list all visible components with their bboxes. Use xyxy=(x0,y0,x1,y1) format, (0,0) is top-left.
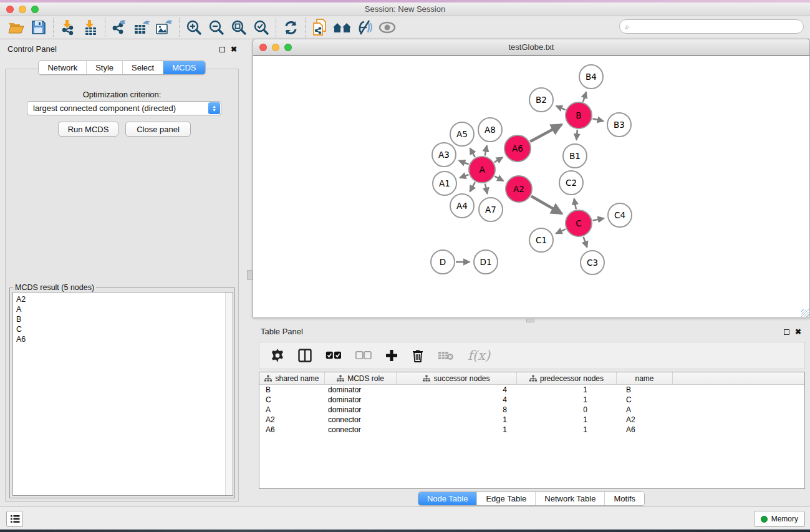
vertical-split-handle[interactable] xyxy=(247,270,253,280)
status-bar: Memory xyxy=(0,506,810,530)
result-item[interactable]: B xyxy=(16,314,233,324)
graph-edge[interactable] xyxy=(531,196,562,213)
result-item[interactable]: A xyxy=(16,304,233,314)
show-columns-button[interactable] xyxy=(325,351,342,360)
import-table-icon xyxy=(83,19,98,36)
zoom-in-button[interactable] xyxy=(183,18,205,37)
graph-edge[interactable] xyxy=(583,92,586,102)
table-panel: Table Panel ✖ xyxy=(253,321,810,506)
node-table[interactable]: shared nameMCDS rolesuccessor nodesprede… xyxy=(259,372,805,489)
result-item[interactable]: C xyxy=(16,324,233,334)
show-graphics-details-button[interactable] xyxy=(354,18,376,37)
graph-edge[interactable] xyxy=(459,161,468,165)
delete-table-button[interactable] xyxy=(438,351,454,360)
result-item[interactable]: A2 xyxy=(16,294,233,304)
mcds-result-list[interactable]: A2ABCA6 xyxy=(12,292,233,496)
open-file-icon xyxy=(8,21,24,34)
graph-node-label: A1 xyxy=(439,178,450,188)
table-row[interactable]: A6connector11A6 xyxy=(259,425,804,435)
tab-edge-table[interactable]: Edge Table xyxy=(476,492,535,505)
refresh-button[interactable] xyxy=(279,18,302,37)
graph-edge[interactable] xyxy=(574,199,576,210)
graph-edge[interactable] xyxy=(485,183,488,193)
result-item[interactable]: A6 xyxy=(16,334,233,344)
table-cell: C xyxy=(617,395,673,405)
window-resize-grip[interactable] xyxy=(801,309,809,317)
graph-edge[interactable] xyxy=(556,106,566,110)
graph-edge[interactable] xyxy=(592,118,603,121)
clone-network-button[interactable] xyxy=(309,18,331,37)
export-table-icon xyxy=(134,19,151,36)
column-header-successor-nodes[interactable]: successor nodes xyxy=(397,372,517,384)
graph-edge[interactable] xyxy=(576,130,577,140)
network-window-titlebar[interactable]: testGlobe.txt xyxy=(253,39,809,56)
graph-edge[interactable] xyxy=(470,182,475,191)
search-input[interactable] xyxy=(619,19,804,34)
panel-list-button[interactable] xyxy=(6,511,23,527)
memory-button[interactable]: Memory xyxy=(754,511,805,527)
gear-button[interactable] xyxy=(271,349,284,362)
export-network-button[interactable] xyxy=(108,18,131,37)
graph-edge[interactable] xyxy=(494,177,503,181)
tab-style[interactable]: Style xyxy=(86,61,122,74)
tab-select[interactable]: Select xyxy=(122,61,163,74)
column-header-MCDS-role[interactable]: MCDS role xyxy=(325,372,397,384)
graph-edge[interactable] xyxy=(470,148,475,157)
hide-eye-button[interactable] xyxy=(376,18,398,37)
function-builder-button[interactable]: f(x) xyxy=(468,348,490,363)
mcds-result-box: MCDS result (5 nodes) A2ABCA6 xyxy=(9,288,235,498)
tab-motifs[interactable]: Motifs xyxy=(604,492,644,505)
graph-edge[interactable] xyxy=(460,175,468,178)
graph-edge[interactable] xyxy=(593,218,604,221)
column-header-shared-name[interactable]: shared name xyxy=(259,372,325,384)
import-network-button[interactable] xyxy=(57,18,79,37)
refresh-icon xyxy=(283,20,299,36)
column-label: shared name xyxy=(275,374,319,383)
column-header-name[interactable]: name xyxy=(617,372,673,384)
graph-node-label: B4 xyxy=(586,72,597,82)
graph-edge[interactable] xyxy=(556,229,566,233)
add-column-button[interactable] xyxy=(385,349,398,362)
criterion-dropdown[interactable]: largest connected component (directed) ▲… xyxy=(27,101,221,115)
table-row[interactable]: Cdominator41C xyxy=(259,395,804,405)
table-row[interactable]: Adominator80A xyxy=(259,405,804,415)
split-columns-button[interactable] xyxy=(298,349,312,362)
table-cell: A xyxy=(617,405,673,415)
result-scrollbar[interactable] xyxy=(225,293,233,495)
graph-edge[interactable] xyxy=(584,237,587,248)
zoom-out-button[interactable] xyxy=(205,18,228,37)
tab-node-table[interactable]: Node Table xyxy=(418,492,477,505)
main-toolbar: ⌕ xyxy=(0,16,810,39)
import-table-button[interactable] xyxy=(79,18,102,37)
first-neighbors-button[interactable] xyxy=(331,18,354,37)
zoom-fit-button[interactable] xyxy=(228,18,250,37)
graph-node-label: A8 xyxy=(485,125,496,135)
float-panel-icon[interactable] xyxy=(219,47,225,52)
export-image-button[interactable] xyxy=(153,18,176,37)
graph-node-label: A7 xyxy=(485,205,496,215)
table-row[interactable]: A2connector11A2 xyxy=(259,415,804,425)
close-panel-button[interactable]: Close panel xyxy=(125,122,191,137)
save-session-button[interactable] xyxy=(27,18,50,37)
column-header-predecessor-nodes[interactable]: predecessor nodes xyxy=(517,372,617,384)
table-row[interactable]: Bdominator41B xyxy=(259,385,804,395)
network-canvas[interactable]: AA1A2A3A4A5A6A7A8BB1B2B3B4CC1C2C3C4DD1 xyxy=(253,56,809,317)
zoom-selected-button[interactable] xyxy=(250,18,272,37)
run-mcds-button[interactable]: Run MCDS xyxy=(58,122,118,137)
graph-edge[interactable] xyxy=(530,125,562,142)
delete-column-button[interactable] xyxy=(412,349,424,362)
tab-mcds[interactable]: MCDS xyxy=(163,61,205,74)
tab-network-table[interactable]: Network Table xyxy=(535,492,604,505)
export-table-button[interactable] xyxy=(131,18,153,37)
float-table-panel-icon[interactable] xyxy=(784,329,789,335)
main-titlebar[interactable]: Session: New Session xyxy=(0,2,810,16)
close-panel-icon[interactable]: ✖ xyxy=(231,45,237,54)
graph-edge[interactable] xyxy=(494,157,503,162)
tab-network[interactable]: Network xyxy=(39,61,86,74)
close-table-panel-icon[interactable]: ✖ xyxy=(795,327,801,336)
hide-columns-button[interactable] xyxy=(355,351,372,360)
graph-edge[interactable] xyxy=(485,145,487,155)
dropdown-stepper-icon: ▲▼ xyxy=(208,102,220,114)
open-file-button[interactable] xyxy=(5,18,27,37)
gear-icon xyxy=(271,349,284,362)
